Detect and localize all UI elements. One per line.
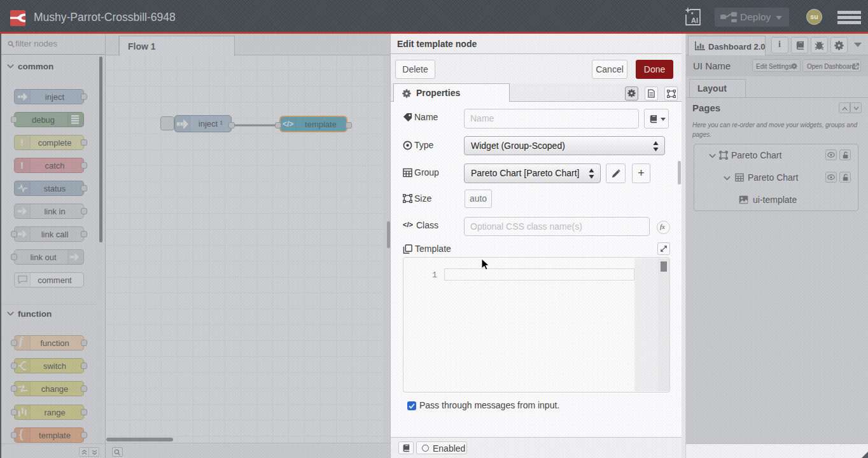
svg-text:AI: AI bbox=[691, 17, 698, 24]
